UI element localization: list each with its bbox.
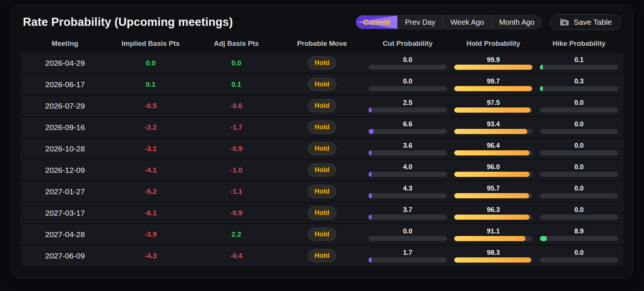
save-table-button[interactable]: Save Table — [550, 14, 621, 30]
hold-probability-bar — [454, 86, 532, 91]
hike-probability-track — [540, 129, 618, 134]
cut-probability-value: 2.5 — [403, 99, 412, 106]
probable-move-badge: Hold — [309, 143, 335, 154]
hold-probability-cell: 95.7 — [451, 185, 536, 198]
meeting-date: 2027-06-09 — [22, 251, 108, 260]
column-header: Probable Move — [279, 40, 365, 48]
cut-probability-cell: 3.6 — [365, 142, 451, 155]
hold-probability-cell: 93.4 — [451, 120, 536, 134]
tab-current[interactable]: Current — [356, 16, 397, 29]
hike-probability-cell: 0.1 — [536, 56, 622, 70]
hold-probability-track — [454, 150, 532, 155]
adj-basis-pts: -0.9 — [193, 145, 279, 153]
hike-probability-track — [540, 172, 618, 177]
meeting-date: 2027-01-27 — [22, 187, 108, 196]
cut-probability-value: 6.6 — [403, 120, 412, 128]
probable-move-badge: Hold — [309, 58, 335, 68]
implied-basis-pts: 0.1 — [108, 81, 193, 89]
implied-basis-pts: -4.1 — [108, 166, 193, 174]
card-header: Rate Probability (Upcoming meetings) Cur… — [21, 13, 623, 30]
table-row: 2027-01-27 -5.2 -1.1 Hold 4.3 95.7 0.0 — [21, 181, 623, 202]
hold-probability-cell: 96.4 — [451, 142, 536, 155]
cut-probability-value: 1.7 — [403, 249, 412, 256]
table-row: 2026-10-28 -3.1 -0.9 Hold 3.6 96.4 0.0 — [21, 138, 623, 159]
table-body: 2026-04-29 0.0 0.0 Hold 0.0 99.9 0.1 202… — [21, 53, 623, 266]
probable-move-badge: Hold — [309, 79, 335, 90]
table-header: MeetingImplied Basis PtsAdj Basis PtsPro… — [21, 40, 623, 48]
cut-probability-track — [369, 172, 447, 177]
hike-probability-cell: 0.0 — [536, 163, 622, 177]
cut-probability-cell: 1.7 — [365, 249, 451, 263]
hike-probability-track — [540, 215, 618, 220]
meeting-date: 2026-12-09 — [22, 166, 108, 175]
column-header: Implied Basis Pts — [108, 40, 193, 48]
probable-move-badge: Hold — [309, 229, 335, 240]
adj-basis-pts: 0.1 — [193, 81, 279, 89]
probable-move-cell: Hold — [279, 165, 365, 175]
cut-probability-cell: 4.0 — [365, 163, 451, 177]
tab-week-ago[interactable]: Week Ago — [443, 16, 491, 29]
hold-probability-bar — [454, 215, 530, 220]
hold-probability-cell: 99.7 — [451, 78, 536, 91]
probable-move-badge: Hold — [309, 100, 335, 111]
cut-probability-value: 0.0 — [403, 227, 412, 235]
cut-probability-track — [369, 65, 447, 70]
probable-move-cell: Hold — [279, 100, 365, 111]
hold-probability-bar — [454, 257, 531, 263]
meeting-date: 2027-03-17 — [22, 209, 108, 218]
cut-probability-bar — [369, 215, 371, 220]
meeting-date: 2026-10-28 — [22, 144, 108, 153]
hold-probability-bar — [454, 150, 530, 155]
probable-move-cell: Hold — [279, 79, 365, 90]
cut-probability-track — [369, 257, 447, 263]
cut-probability-cell: 0.0 — [365, 56, 451, 70]
hike-probability-track — [540, 193, 618, 198]
tab-prev-day[interactable]: Prev Day — [397, 16, 443, 29]
tab-label: Month Ago — [499, 18, 535, 27]
hold-probability-value: 99.7 — [487, 78, 500, 85]
cut-probability-track — [369, 236, 447, 241]
adj-basis-pts: -0.4 — [193, 252, 279, 260]
header-controls: CurrentPrev DayWeek AgoMonth Ago Save Ta… — [356, 14, 621, 30]
cut-probability-track — [369, 86, 447, 91]
probable-move-badge: Hold — [309, 165, 335, 175]
table-row: 2026-09-16 -2.2 -1.7 Hold 6.6 93.4 0.0 — [21, 117, 623, 137]
probable-move-badge: Hold — [309, 250, 335, 261]
hike-probability-bar — [540, 86, 543, 91]
probable-move-cell: Hold — [279, 122, 365, 133]
hold-probability-value: 99.9 — [487, 56, 500, 64]
probable-move-cell: Hold — [279, 186, 365, 197]
hold-probability-track — [454, 257, 532, 263]
cut-probability-value: 4.0 — [403, 163, 412, 171]
hike-probability-bar — [540, 236, 547, 241]
hold-probability-cell: 96.3 — [451, 206, 536, 220]
column-header: Adj Basis Pts — [193, 40, 279, 48]
implied-basis-pts: 0.0 — [108, 59, 193, 67]
hold-probability-bar — [454, 172, 530, 177]
adj-basis-pts: -0.9 — [193, 209, 279, 217]
hold-probability-cell: 96.0 — [451, 163, 536, 177]
cut-probability-value: 0.0 — [403, 78, 412, 85]
timeframe-tabs: CurrentPrev DayWeek AgoMonth Ago — [356, 15, 542, 29]
adj-basis-pts: 0.0 — [193, 59, 279, 67]
tab-label: Current — [363, 18, 390, 27]
implied-basis-pts: -3.1 — [108, 145, 193, 153]
cut-probability-bar — [369, 172, 371, 177]
meeting-date: 2026-09-16 — [22, 123, 108, 132]
implied-basis-pts: -6.1 — [108, 209, 193, 217]
hold-probability-cell: 97.5 — [451, 99, 536, 113]
tab-label: Prev Day — [405, 18, 435, 27]
hold-probability-bar — [454, 107, 531, 113]
cut-probability-track — [369, 150, 447, 155]
hold-probability-value: 96.0 — [487, 163, 500, 171]
hold-probability-value: 98.3 — [487, 249, 500, 256]
table-row: 2026-04-29 0.0 0.0 Hold 0.0 99.9 0.1 — [21, 53, 623, 73]
hike-probability-value: 0.0 — [574, 163, 583, 171]
cut-probability-cell: 3.7 — [365, 206, 451, 220]
table-row: 2027-06-09 -4.3 -0.4 Hold 1.7 98.3 0.0 — [21, 246, 623, 266]
cut-probability-cell: 2.5 — [365, 99, 451, 113]
hold-probability-cell: 98.3 — [451, 249, 536, 263]
tab-month-ago[interactable]: Month Ago — [491, 16, 542, 29]
hike-probability-cell: 0.0 — [536, 99, 622, 113]
adj-basis-pts: 2.2 — [193, 230, 279, 239]
